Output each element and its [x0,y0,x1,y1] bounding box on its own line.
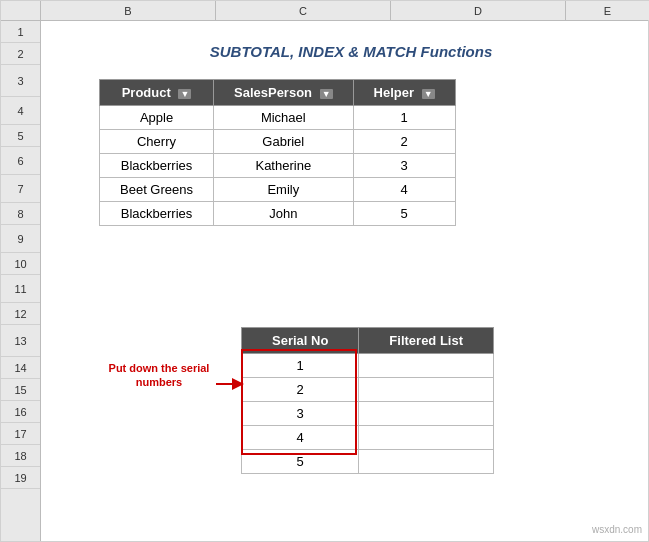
row-num-7: 7 [1,175,40,203]
main-table-cell-4-1: John [214,202,354,226]
main-table-cell-3-0: Beet Greens [100,178,214,202]
row-num-10: 10 [1,253,40,275]
col-header-b: B [41,1,216,20]
corner-cell [1,1,41,20]
filter-icon-product[interactable]: ▼ [178,89,191,99]
row-num-8: 8 [1,203,40,225]
main-table-cell-3-1: Emily [214,178,354,202]
main-table-row: BlackberriesKatherine3 [100,154,456,178]
second-table-row: 5 [242,450,494,474]
second-table-row: 3 [242,402,494,426]
main-table-row: BlackberriesJohn5 [100,202,456,226]
second-table-row: 1 [242,354,494,378]
second-table-cell-3-0: 4 [242,426,359,450]
annotation-text: Put down the serial numbers [89,361,229,390]
grid-content: SUBTOTAL, INDEX & MATCH Functions Produc… [41,21,648,541]
second-table: Serial No Filtered List 12345 [241,327,494,474]
main-table-row: AppleMichael1 [100,106,456,130]
row-num-3: 3 [1,65,40,97]
col-header-c: C [216,1,391,20]
main-table-cell-0-0: Apple [100,106,214,130]
second-table-cell-1-1 [359,378,494,402]
main-table-cell-0-2: 1 [353,106,455,130]
main-table-header-helper: Helper ▼ [353,80,455,106]
col-header-e: E [566,1,649,20]
spreadsheet: B C D E 1 2 3 4 5 6 7 8 9 10 11 12 13 14… [0,0,649,542]
main-table-cell-2-1: Katherine [214,154,354,178]
row-num-17: 17 [1,423,40,445]
row-num-11: 11 [1,275,40,303]
grid-body: 1 2 3 4 5 6 7 8 9 10 11 12 13 14 15 16 1… [1,21,648,541]
main-table-header-product: Product ▼ [100,80,214,106]
second-table-cell-3-1 [359,426,494,450]
row-num-18: 18 [1,445,40,467]
row-num-2: 2 [1,43,40,65]
row-num-5: 5 [1,125,40,147]
watermark: wsxdn.com [592,524,642,535]
second-table-cell-4-0: 5 [242,450,359,474]
main-table-row: CherryGabriel2 [100,130,456,154]
main-table-header-salesperson: SalesPerson ▼ [214,80,354,106]
second-table-header-filteredlist: Filtered List [359,328,494,354]
column-headers: B C D E [1,1,648,21]
row-num-16: 16 [1,401,40,423]
second-table-cell-2-0: 3 [242,402,359,426]
row-num-1: 1 [1,21,40,43]
annotation: Put down the serial numbers [89,361,229,390]
main-table-cell-1-1: Gabriel [214,130,354,154]
main-table-cell-4-0: Blackberries [100,202,214,226]
filter-icon-salesperson[interactable]: ▼ [320,89,333,99]
second-table-cell-1-0: 2 [242,378,359,402]
second-table-cell-0-0: 1 [242,354,359,378]
arrow-svg [216,369,246,399]
second-table-row: 2 [242,378,494,402]
second-table-cell-4-1 [359,450,494,474]
row-num-14: 14 [1,357,40,379]
row-num-9: 9 [1,225,40,253]
main-table-cell-2-2: 3 [353,154,455,178]
row-num-12: 12 [1,303,40,325]
second-table-header-serialno: Serial No [242,328,359,354]
row-numbers: 1 2 3 4 5 6 7 8 9 10 11 12 13 14 15 16 1… [1,21,41,541]
main-table-cell-4-2: 5 [353,202,455,226]
col-header-d: D [391,1,566,20]
row-num-4: 4 [1,97,40,125]
main-table-cell-1-0: Cherry [100,130,214,154]
row-num-19: 19 [1,467,40,489]
second-table-cell-2-1 [359,402,494,426]
spreadsheet-title: SUBTOTAL, INDEX & MATCH Functions [101,43,601,60]
filter-icon-helper[interactable]: ▼ [422,89,435,99]
row-num-13: 13 [1,325,40,357]
second-table-cell-0-1 [359,354,494,378]
row-num-6: 6 [1,147,40,175]
main-table-cell-3-2: 4 [353,178,455,202]
main-table-cell-0-1: Michael [214,106,354,130]
main-table-cell-2-0: Blackberries [100,154,214,178]
row-num-15: 15 [1,379,40,401]
second-table-row: 4 [242,426,494,450]
main-table: Product ▼ SalesPerson ▼ Helper ▼ [99,79,456,226]
main-table-cell-1-2: 2 [353,130,455,154]
main-table-row: Beet GreensEmily4 [100,178,456,202]
